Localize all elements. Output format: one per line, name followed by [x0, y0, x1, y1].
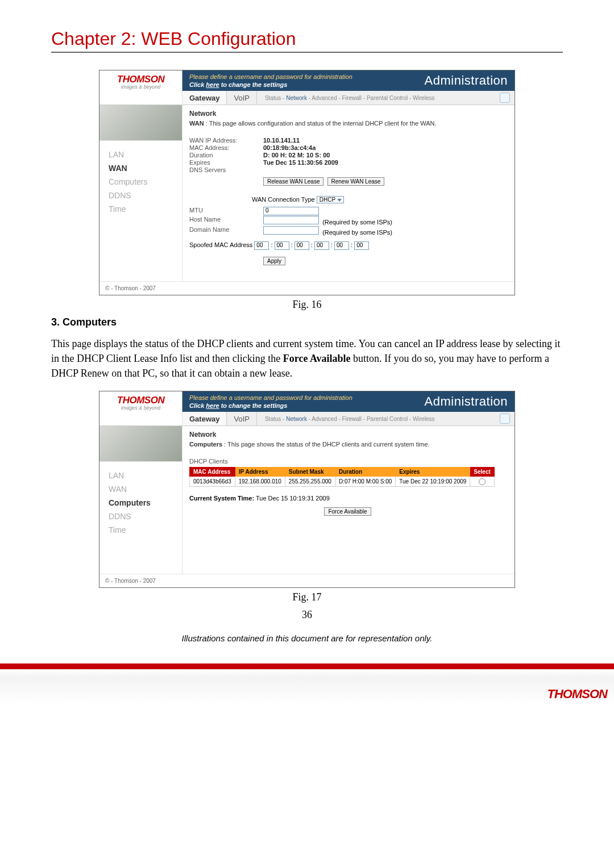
section-3-heading: 3. Computers: [51, 316, 563, 328]
wan-conn-type-row: WAN Connection Type DHCP: [252, 196, 508, 203]
banner-admin-warning: Please define a username and password fo…: [189, 73, 352, 89]
domain-name-label: Domain Name: [189, 226, 263, 236]
sidebar-item-time[interactable]: Time: [99, 202, 182, 216]
tab-gateway[interactable]: Gateway: [182, 91, 227, 105]
banner-line2-pre: Click: [189, 81, 206, 88]
banner-admin-warning: Please define a username and password fo…: [189, 394, 352, 410]
host-name-note: (Required by some ISPs): [322, 219, 392, 226]
subnav-firewall[interactable]: Firewall: [342, 416, 362, 422]
logo-text: THOMSON: [99, 395, 182, 406]
subnav-network[interactable]: Network: [286, 95, 307, 101]
brand-logo: THOMSON images & beyond: [99, 391, 182, 412]
subnav-wireless[interactable]: Wireless: [413, 416, 434, 422]
sidebar-item-lan[interactable]: LAN: [99, 148, 182, 161]
subnav-advanced[interactable]: Advanced: [312, 416, 337, 422]
duration-label: Duration: [189, 152, 263, 158]
sidebar-item-lan[interactable]: LAN: [99, 469, 182, 482]
cell-duration: D:07 H:00 M:00 S:00: [335, 477, 395, 486]
subnav-network[interactable]: Network: [286, 416, 307, 422]
expires-label: Expires: [189, 159, 263, 166]
col-select: Select: [470, 468, 494, 477]
refresh-icon[interactable]: [500, 414, 510, 424]
banner-line2-post: to change the settings: [219, 402, 288, 409]
footer-red-stripe: [0, 663, 614, 669]
subnav-status[interactable]: Status: [265, 95, 281, 101]
dhcp-clients-table: MAC Address IP Address Subnet Mask Durat…: [189, 467, 495, 486]
section-header: Network: [189, 431, 508, 439]
section-description: WAN : This page allows configuration and…: [189, 120, 508, 127]
mac-value: 00:18:9b:3a:c4:4a: [263, 144, 316, 151]
subnav-wireless[interactable]: Wireless: [413, 95, 434, 101]
sidebar-image: [99, 426, 182, 462]
footer-logo: THOMSON: [547, 687, 607, 702]
spoof-mac-1[interactable]: 00: [275, 241, 289, 250]
col-mask: Subnet Mask: [285, 468, 335, 477]
spoof-mac-4[interactable]: 00: [334, 241, 349, 250]
spoof-mac-0[interactable]: 00: [254, 241, 269, 250]
table-row: 0013d43b66d3 192.168.000.010 255.255.255…: [190, 477, 495, 486]
col-expires: Expires: [396, 468, 470, 477]
section-desc-text: This page allows configuration and statu…: [209, 120, 437, 127]
banner-here-link[interactable]: here: [206, 81, 219, 88]
sidebar-item-computers[interactable]: Computers: [99, 175, 182, 189]
spoof-mac-3[interactable]: 00: [314, 241, 329, 250]
sidebar-item-computers[interactable]: Computers: [99, 496, 182, 510]
section-desc-label: WAN: [189, 120, 204, 127]
sidebar-item-ddns[interactable]: DDNS: [99, 189, 182, 202]
banner-section: Administration: [425, 73, 508, 88]
host-name-input[interactable]: [263, 216, 319, 224]
subnav-parental[interactable]: Parental Control: [367, 95, 408, 101]
section-description: Computers : This page shows the status o…: [189, 441, 508, 448]
mac-label: MAC Address:: [189, 144, 263, 151]
expires-value: Tue Dec 15 11:30:56 2009: [263, 159, 338, 166]
section-desc-text: This page shows the status of the DHCP c…: [227, 441, 430, 448]
system-time-value: Tue Dec 15 10:19:31 2009: [256, 495, 330, 502]
col-duration: Duration: [335, 468, 395, 477]
tab-gateway[interactable]: Gateway: [182, 412, 227, 425]
page-number: 36: [51, 609, 563, 621]
sidebar-image: [99, 105, 182, 141]
banner-section: Administration: [425, 394, 508, 409]
banner-line2-pre: Click: [189, 402, 206, 409]
footer-bar: THOMSON: [0, 669, 614, 705]
domain-name-input[interactable]: [263, 226, 319, 235]
tab-voip[interactable]: VoIP: [227, 412, 256, 425]
wan-conn-type-label: WAN Connection Type: [252, 196, 315, 203]
subnav-parental[interactable]: Parental Control: [367, 416, 408, 422]
system-time-row: Current System Time: Tue Dec 15 10:19:31…: [189, 495, 508, 502]
wan-ip-label: WAN IP Address:: [189, 137, 263, 144]
wan-conn-type-select[interactable]: DHCP: [317, 196, 344, 203]
spoof-mac-5[interactable]: 00: [354, 241, 369, 250]
figure-16-screenshot: THOMSON images & beyond Please define a …: [99, 70, 515, 295]
duration-value: D: 00 H: 02 M: 10 S: 00: [263, 152, 330, 158]
apply-button[interactable]: Apply: [263, 257, 285, 265]
release-wan-lease-button[interactable]: Release WAN Lease: [263, 177, 323, 186]
banner-line2: Click here to change the settings: [189, 81, 287, 88]
subnav-firewall[interactable]: Firewall: [342, 95, 362, 101]
dhcp-clients-heading: DHCP Clients: [189, 458, 508, 465]
subnav: Status - Network - Advanced - Firewall -…: [257, 416, 500, 422]
mtu-input[interactable]: 0: [263, 207, 319, 215]
row-select-radio[interactable]: [479, 478, 486, 485]
col-ip: IP Address: [235, 468, 285, 477]
cell-expires: Tue Dec 22 10:19:00 2009: [396, 477, 470, 486]
screenshot-copyright: © - Thomson - 2007: [99, 574, 515, 587]
host-name-label: Host Name: [189, 216, 263, 226]
spoof-mac-2[interactable]: 00: [294, 241, 309, 250]
banner-line2: Click here to change the settings: [189, 402, 287, 409]
sidebar-item-wan[interactable]: WAN: [99, 161, 182, 175]
dns-label: DNS Servers: [189, 166, 263, 173]
screenshot-copyright: © - Thomson - 2007: [99, 281, 515, 295]
logo-subtext: images & beyond: [99, 84, 182, 90]
refresh-icon[interactable]: [500, 93, 510, 103]
sidebar-item-wan[interactable]: WAN: [99, 482, 182, 496]
tab-voip[interactable]: VoIP: [227, 91, 256, 105]
renew-wan-lease-button[interactable]: Renew WAN Lease: [327, 177, 385, 186]
subnav-status[interactable]: Status: [265, 416, 281, 422]
subnav-advanced[interactable]: Advanced: [312, 95, 337, 101]
sidebar-item-ddns[interactable]: DDNS: [99, 510, 182, 523]
force-available-button[interactable]: Force Available: [324, 507, 371, 516]
fig16-caption: Fig. 16: [51, 299, 563, 311]
banner-here-link[interactable]: here: [206, 402, 219, 409]
sidebar-item-time[interactable]: Time: [99, 523, 182, 537]
